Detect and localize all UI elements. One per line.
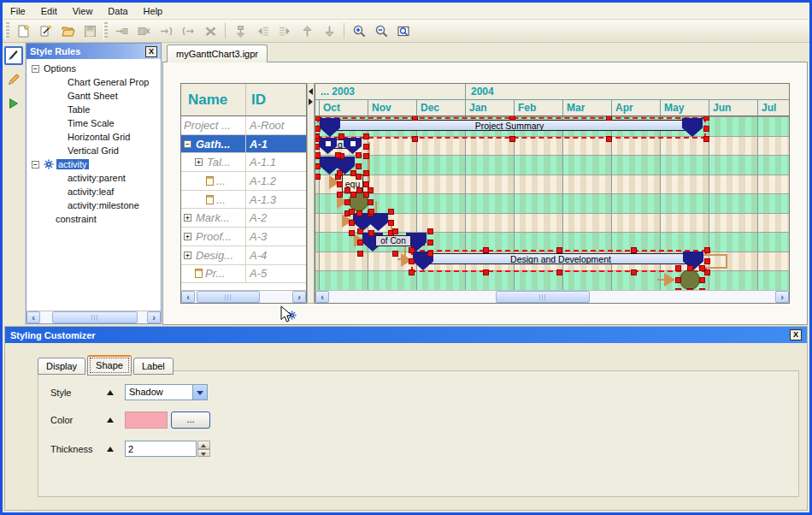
activity-row-a-root[interactable]: Project ...A-Root	[181, 116, 306, 135]
selection-handle[interactable]	[315, 133, 320, 139]
menu-data[interactable]: Data	[100, 3, 135, 19]
selection-handle[interactable]	[357, 228, 363, 234]
selection-handle[interactable]	[315, 174, 321, 180]
new-chart-button[interactable]	[13, 21, 33, 40]
selection-handle[interactable]	[699, 265, 705, 271]
selection-handle[interactable]	[509, 136, 515, 142]
chevron-down-icon[interactable]	[192, 385, 207, 400]
spinner-up-icon[interactable]	[197, 441, 210, 449]
style-rule-horizontal-grid[interactable]: Horizontal Grid	[26, 130, 161, 144]
activity-row-a-1-2[interactable]: ...A-1.2	[181, 172, 306, 191]
tab-display[interactable]: Display	[38, 358, 85, 375]
selection-handle[interactable]	[315, 116, 321, 121]
selection-handle[interactable]	[363, 144, 369, 150]
gantt-chart-canvas[interactable]: Project Summarygequof ConDesign and Deve…	[315, 116, 789, 290]
selection-handle[interactable]	[675, 277, 681, 283]
style-rule-vertical-grid[interactable]: Vertical Grid	[26, 144, 161, 157]
selection-handle[interactable]	[335, 152, 341, 158]
selection-handle[interactable]	[315, 126, 321, 132]
selection-handle[interactable]	[704, 258, 710, 264]
open-file-button[interactable]	[57, 21, 78, 40]
scroll-track[interactable]	[195, 291, 292, 303]
style-rule-constraint[interactable]: constraint	[26, 212, 161, 226]
selection-handle[interactable]	[704, 247, 710, 253]
scroll-left-button[interactable]: ‹	[315, 291, 329, 303]
selection-handle[interactable]	[483, 247, 489, 253]
activity-row-a-4[interactable]: +Desig...A-4	[181, 246, 306, 265]
selection-handle[interactable]	[427, 240, 433, 246]
style-rule-gantt-sheet[interactable]: Gantt Sheet	[26, 89, 161, 103]
style-rule-activity-milestone[interactable]: activity:milestone	[26, 198, 161, 212]
scroll-right-button[interactable]: ›	[292, 291, 306, 303]
menu-edit[interactable]: Edit	[33, 3, 65, 19]
selection-handle[interactable]	[509, 116, 515, 121]
activity-row-a-3[interactable]: +Proof...A-3	[181, 228, 306, 246]
gantt-bar[interactable]: Design and Development	[423, 253, 698, 264]
scroll-left-button[interactable]: ‹	[181, 291, 195, 303]
selection-handle[interactable]	[687, 288, 693, 290]
selection-handle[interactable]	[427, 228, 433, 234]
scroll-thumb[interactable]	[197, 291, 260, 303]
activity-row-a-2[interactable]: +Mark...A-2	[181, 209, 306, 228]
selection-handle[interactable]	[363, 170, 369, 176]
selection-handle[interactable]	[699, 277, 705, 283]
selection-handle[interactable]	[606, 116, 612, 121]
scroll-right-button[interactable]: ›	[147, 311, 161, 323]
selection-handle[interactable]	[357, 240, 363, 246]
styling-customizer-titlebar[interactable]: Styling Customizer X	[5, 327, 807, 343]
selection-handle[interactable]	[556, 269, 562, 275]
activity-row-a-1-1[interactable]: +Tal...A-1.1	[181, 153, 306, 172]
scroll-track[interactable]	[40, 311, 147, 323]
gantt-bar[interactable]: Project Summary	[330, 120, 689, 131]
selection-handle[interactable]	[388, 209, 394, 215]
selection-handle[interactable]	[606, 136, 612, 142]
scroll-left-button[interactable]: ‹	[26, 311, 40, 323]
activity-row-a-1[interactable]: −Gath...A-1	[181, 135, 306, 154]
selection-handle[interactable]	[315, 152, 321, 158]
expand-icon[interactable]: +	[184, 233, 191, 240]
zoom-out-button[interactable]	[371, 21, 391, 40]
style-wizard-button[interactable]	[35, 21, 56, 40]
id-column-header[interactable]: ID	[246, 84, 306, 115]
style-combobox[interactable]: Shadow	[125, 384, 208, 400]
selection-handle[interactable]	[388, 220, 394, 226]
style-rules-titlebar[interactable]: Style Rules X	[26, 44, 161, 59]
selection-handle[interactable]	[356, 187, 362, 193]
selection-handle[interactable]	[363, 133, 369, 139]
scroll-right-button[interactable]: ›	[775, 291, 789, 303]
selection-handle[interactable]	[363, 181, 369, 187]
style-rule-time-scale[interactable]: Time Scale	[26, 116, 161, 130]
selection-handle[interactable]	[337, 192, 343, 198]
collapse-icon[interactable]: −	[184, 140, 191, 148]
expand-icon[interactable]: +	[184, 252, 191, 259]
selection-handle[interactable]	[356, 152, 362, 158]
style-rule-options[interactable]: −Options	[26, 62, 161, 75]
menu-help[interactable]: Help	[136, 3, 171, 19]
selection-handle[interactable]	[556, 247, 562, 253]
selection-handle[interactable]	[675, 288, 681, 290]
table-hscrollbar[interactable]: ‹ ›	[181, 290, 306, 303]
selection-handle[interactable]	[337, 170, 343, 176]
selection-handle[interactable]	[675, 265, 681, 271]
selection-handle[interactable]	[631, 269, 637, 275]
selection-handle[interactable]	[356, 163, 362, 169]
run-preview-button[interactable]	[4, 94, 23, 113]
selection-handle[interactable]	[356, 174, 362, 180]
selection-handle[interactable]	[337, 181, 343, 187]
selection-handle[interactable]	[368, 230, 374, 236]
selection-handle[interactable]	[368, 199, 374, 205]
menu-view[interactable]: View	[65, 3, 101, 19]
collapse-icon[interactable]: −	[32, 65, 39, 73]
selection-handle[interactable]	[349, 230, 355, 236]
selection-handle[interactable]	[392, 251, 398, 257]
selection-handle[interactable]	[409, 269, 415, 275]
selection-handle[interactable]	[412, 116, 418, 121]
milestone-circle-icon[interactable]	[680, 269, 700, 290]
activity-row-a-1-3[interactable]: ...A-1.3	[181, 191, 306, 210]
selection-handle[interactable]	[349, 209, 355, 215]
selection-handle[interactable]	[315, 163, 321, 169]
zoom-fit-button[interactable]	[393, 21, 414, 40]
selection-handle[interactable]	[368, 187, 374, 193]
selection-handle[interactable]	[412, 136, 418, 142]
collapse-icon[interactable]: −	[32, 161, 39, 169]
